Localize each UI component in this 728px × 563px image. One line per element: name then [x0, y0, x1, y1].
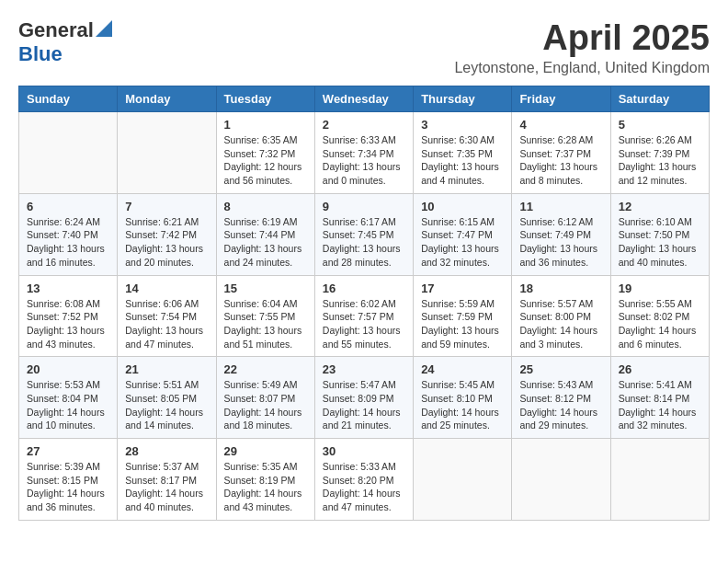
day-number: 3: [421, 118, 504, 132]
calendar-week-row: 1Sunrise: 6:35 AM Sunset: 7:32 PM Daylig…: [19, 112, 710, 194]
day-number: 9: [323, 200, 405, 213]
calendar-table: Sunday Monday Tuesday Wednesday Thursday…: [18, 86, 710, 521]
calendar-header-row: Sunday Monday Tuesday Wednesday Thursday…: [19, 86, 710, 112]
day-number: 13: [27, 282, 109, 295]
day-info: Sunrise: 5:55 AM Sunset: 8:02 PM Dayligh…: [619, 297, 701, 351]
calendar-cell: 10Sunrise: 6:15 AM Sunset: 7:47 PM Dayli…: [414, 193, 512, 275]
day-info: Sunrise: 5:43 AM Sunset: 8:12 PM Dayligh…: [519, 378, 602, 432]
day-info: Sunrise: 6:21 AM Sunset: 7:42 PM Dayligh…: [125, 215, 208, 270]
calendar-cell: 3Sunrise: 6:30 AM Sunset: 7:35 PM Daylig…: [414, 112, 512, 194]
day-number: 4: [519, 118, 602, 132]
calendar-week-row: 20Sunrise: 5:53 AM Sunset: 8:04 PM Dayli…: [19, 357, 710, 439]
day-info: Sunrise: 6:02 AM Sunset: 7:57 PM Dayligh…: [323, 297, 405, 351]
day-number: 25: [519, 362, 602, 376]
calendar-cell: 26Sunrise: 5:41 AM Sunset: 8:14 PM Dayli…: [610, 357, 709, 439]
calendar-cell: 20Sunrise: 5:53 AM Sunset: 8:04 PM Dayli…: [19, 357, 118, 439]
day-number: 5: [619, 118, 701, 132]
day-number: 22: [224, 362, 307, 376]
title-area: April 2025 Leytonstone, England, United …: [454, 18, 710, 76]
calendar-cell: 8Sunrise: 6:19 AM Sunset: 7:44 PM Daylig…: [216, 193, 314, 275]
day-number: 2: [323, 118, 405, 132]
calendar-cell: 16Sunrise: 6:02 AM Sunset: 7:57 PM Dayli…: [314, 275, 413, 357]
calendar-cell: [512, 439, 610, 521]
day-number: 26: [619, 362, 701, 376]
day-info: Sunrise: 5:51 AM Sunset: 8:05 PM Dayligh…: [125, 378, 208, 432]
day-number: 17: [421, 282, 504, 295]
calendar-cell: 5Sunrise: 6:26 AM Sunset: 7:39 PM Daylig…: [610, 112, 709, 194]
col-tuesday: Tuesday: [216, 86, 314, 112]
day-info: Sunrise: 6:06 AM Sunset: 7:54 PM Dayligh…: [125, 297, 208, 351]
day-info: Sunrise: 6:24 AM Sunset: 7:40 PM Dayligh…: [27, 215, 109, 270]
day-number: 6: [27, 200, 109, 213]
day-info: Sunrise: 6:30 AM Sunset: 7:35 PM Dayligh…: [421, 133, 504, 188]
calendar-cell: 12Sunrise: 6:10 AM Sunset: 7:50 PM Dayli…: [610, 193, 709, 275]
day-number: 29: [224, 444, 307, 458]
calendar-cell: 6Sunrise: 6:24 AM Sunset: 7:40 PM Daylig…: [19, 193, 118, 275]
logo-blue-text: Blue: [18, 42, 63, 66]
col-sunday: Sunday: [19, 86, 118, 112]
day-info: Sunrise: 6:12 AM Sunset: 7:49 PM Dayligh…: [519, 215, 602, 270]
day-info: Sunrise: 6:08 AM Sunset: 7:52 PM Dayligh…: [27, 297, 109, 351]
day-number: 1: [224, 118, 307, 132]
calendar-week-row: 27Sunrise: 5:39 AM Sunset: 8:15 PM Dayli…: [19, 439, 710, 521]
col-wednesday: Wednesday: [314, 86, 413, 112]
day-number: 12: [619, 200, 701, 213]
logo: General Blue: [18, 18, 112, 66]
calendar-cell: [610, 439, 709, 521]
day-info: Sunrise: 6:19 AM Sunset: 7:44 PM Dayligh…: [224, 215, 307, 270]
day-info: Sunrise: 5:41 AM Sunset: 8:14 PM Dayligh…: [619, 378, 701, 432]
day-info: Sunrise: 6:17 AM Sunset: 7:45 PM Dayligh…: [323, 215, 405, 270]
col-thursday: Thursday: [414, 86, 512, 112]
calendar-cell: 18Sunrise: 5:57 AM Sunset: 8:00 PM Dayli…: [512, 275, 610, 357]
day-info: Sunrise: 6:35 AM Sunset: 7:32 PM Dayligh…: [224, 133, 307, 188]
calendar-cell: 23Sunrise: 5:47 AM Sunset: 8:09 PM Dayli…: [314, 357, 413, 439]
day-info: Sunrise: 6:10 AM Sunset: 7:50 PM Dayligh…: [619, 215, 701, 270]
col-saturday: Saturday: [610, 86, 709, 112]
day-number: 21: [125, 362, 208, 376]
day-info: Sunrise: 5:37 AM Sunset: 8:17 PM Dayligh…: [125, 460, 208, 514]
day-info: Sunrise: 5:45 AM Sunset: 8:10 PM Dayligh…: [421, 378, 504, 432]
calendar-cell: 29Sunrise: 5:35 AM Sunset: 8:19 PM Dayli…: [216, 439, 314, 521]
day-number: 27: [27, 444, 109, 458]
day-number: 16: [323, 282, 405, 295]
calendar-cell: 19Sunrise: 5:55 AM Sunset: 8:02 PM Dayli…: [610, 275, 709, 357]
logo-triangle-icon: [96, 20, 112, 37]
month-title: April 2025: [454, 18, 710, 58]
day-number: 28: [125, 444, 208, 458]
calendar-cell: 15Sunrise: 6:04 AM Sunset: 7:55 PM Dayli…: [216, 275, 314, 357]
day-number: 18: [519, 282, 602, 295]
calendar-week-row: 13Sunrise: 6:08 AM Sunset: 7:52 PM Dayli…: [19, 275, 710, 357]
svg-marker-0: [96, 20, 112, 37]
calendar-cell: 11Sunrise: 6:12 AM Sunset: 7:49 PM Dayli…: [512, 193, 610, 275]
col-friday: Friday: [512, 86, 610, 112]
day-info: Sunrise: 5:33 AM Sunset: 8:20 PM Dayligh…: [323, 460, 405, 514]
day-number: 24: [421, 362, 504, 376]
calendar-cell: 28Sunrise: 5:37 AM Sunset: 8:17 PM Dayli…: [118, 439, 216, 521]
day-number: 11: [519, 200, 602, 213]
calendar-cell: 27Sunrise: 5:39 AM Sunset: 8:15 PM Dayli…: [19, 439, 118, 521]
day-info: Sunrise: 6:28 AM Sunset: 7:37 PM Dayligh…: [519, 133, 602, 188]
header: General Blue April 2025 Leytonstone, Eng…: [18, 18, 710, 76]
calendar-cell: 24Sunrise: 5:45 AM Sunset: 8:10 PM Dayli…: [414, 357, 512, 439]
day-info: Sunrise: 5:39 AM Sunset: 8:15 PM Dayligh…: [27, 460, 109, 514]
day-info: Sunrise: 6:15 AM Sunset: 7:47 PM Dayligh…: [421, 215, 504, 270]
calendar-cell: 17Sunrise: 5:59 AM Sunset: 7:59 PM Dayli…: [414, 275, 512, 357]
day-number: 15: [224, 282, 307, 295]
calendar-cell: 2Sunrise: 6:33 AM Sunset: 7:34 PM Daylig…: [314, 112, 413, 194]
calendar-cell: 21Sunrise: 5:51 AM Sunset: 8:05 PM Dayli…: [118, 357, 216, 439]
day-info: Sunrise: 6:04 AM Sunset: 7:55 PM Dayligh…: [224, 297, 307, 351]
calendar-cell: 1Sunrise: 6:35 AM Sunset: 7:32 PM Daylig…: [216, 112, 314, 194]
day-number: 8: [224, 200, 307, 213]
calendar-cell: [414, 439, 512, 521]
calendar-cell: 22Sunrise: 5:49 AM Sunset: 8:07 PM Dayli…: [216, 357, 314, 439]
calendar-cell: [19, 112, 118, 194]
col-monday: Monday: [118, 86, 216, 112]
day-info: Sunrise: 5:57 AM Sunset: 8:00 PM Dayligh…: [519, 297, 602, 351]
day-info: Sunrise: 6:26 AM Sunset: 7:39 PM Dayligh…: [619, 133, 701, 188]
location-title: Leytonstone, England, United Kingdom: [454, 60, 710, 76]
day-number: 30: [323, 444, 405, 458]
day-number: 23: [323, 362, 405, 376]
day-number: 20: [27, 362, 109, 376]
day-info: Sunrise: 5:53 AM Sunset: 8:04 PM Dayligh…: [27, 378, 109, 432]
day-info: Sunrise: 5:35 AM Sunset: 8:19 PM Dayligh…: [224, 460, 307, 514]
